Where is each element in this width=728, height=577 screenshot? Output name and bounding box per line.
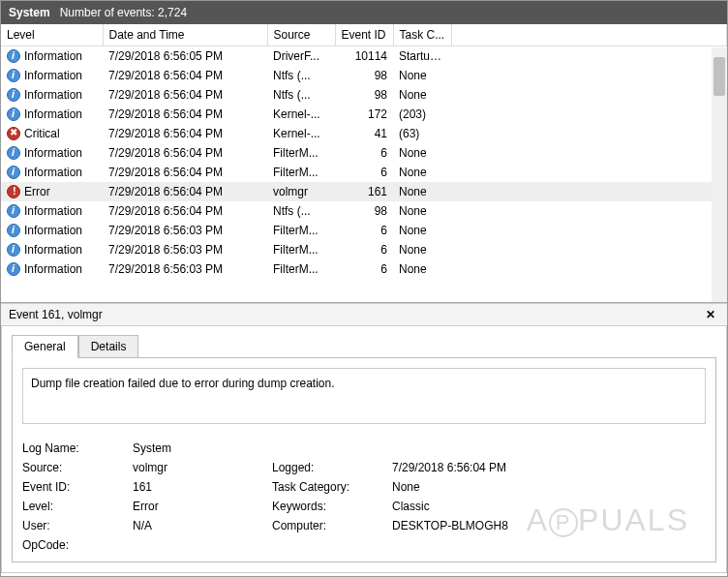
table-row[interactable]: Information7/29/2018 6:56:03 PMFilterM..… <box>1 240 727 259</box>
info-icon <box>7 49 20 63</box>
tabs: General Details <box>12 334 716 357</box>
cell-task: Startup... <box>393 46 451 66</box>
cell-eventid: 98 <box>335 66 393 85</box>
cell-source: Kernel-... <box>267 105 335 124</box>
label-taskcat: Task Category: <box>272 480 388 494</box>
cell-source: Ntfs (... <box>267 201 335 221</box>
cell-source: Ntfs (... <box>267 66 335 85</box>
cell-eventid: 6 <box>335 259 393 279</box>
cell-task: None <box>393 85 451 105</box>
cell-source: FilterM... <box>267 163 335 182</box>
table-row[interactable]: Information7/29/2018 6:56:04 PMNtfs (...… <box>1 85 727 105</box>
event-count: Number of events: 2,724 <box>60 6 187 19</box>
cell-date: 7/29/2018 6:56:04 PM <box>103 182 267 201</box>
table-row[interactable]: Error7/29/2018 6:56:04 PMvolmgr161None <box>1 182 727 201</box>
detail-header: Event 161, volmgr ✕ <box>1 303 727 326</box>
table-row[interactable]: Information7/29/2018 6:56:04 PMFilterM..… <box>1 163 727 182</box>
event-properties: Log Name: System Source: volmgr Logged: … <box>22 441 706 552</box>
label-computer: Computer: <box>272 519 388 532</box>
table-row[interactable]: Information7/29/2018 6:56:03 PMFilterM..… <box>1 221 727 240</box>
cell-source: Kernel-... <box>267 124 335 143</box>
cell-task: None <box>393 163 451 182</box>
col-level[interactable]: Level <box>1 24 103 46</box>
value-computer: DESKTOP-BLMOGH8 <box>392 519 586 532</box>
table-row[interactable]: Information7/29/2018 6:56:04 PMKernel-..… <box>1 105 727 124</box>
detail-pane: General Details Dump file creation faile… <box>1 326 727 573</box>
cell-task: None <box>393 66 451 85</box>
error-icon <box>7 185 20 198</box>
cell-eventid: 10114 <box>335 46 393 66</box>
tab-details[interactable]: Details <box>78 335 139 358</box>
level-text: Information <box>24 166 82 179</box>
level-text: Information <box>24 146 82 160</box>
value-taskcat: None <box>392 480 586 494</box>
info-icon <box>7 69 20 82</box>
scrollbar-thumb[interactable] <box>713 57 725 96</box>
value-user: N/A <box>133 519 268 532</box>
level-text: Information <box>24 243 82 257</box>
cell-eventid: 6 <box>335 240 393 259</box>
info-icon <box>7 146 20 160</box>
col-date[interactable]: Date and Time <box>103 24 267 46</box>
level-text: Information <box>24 204 82 218</box>
label-source: Source: <box>22 461 129 474</box>
event-message: Dump file creation failed due to error d… <box>22 368 706 424</box>
cell-date: 7/29/2018 6:56:03 PM <box>103 240 267 259</box>
table-row[interactable]: Information7/29/2018 6:56:03 PMFilterM..… <box>1 259 727 279</box>
table-row[interactable]: Critical7/29/2018 6:56:04 PMKernel-...41… <box>1 124 727 143</box>
level-text: Information <box>24 224 82 237</box>
col-spacer <box>451 24 727 46</box>
header-bar: System Number of events: 2,724 <box>1 1 727 24</box>
cell-eventid: 172 <box>335 105 393 124</box>
cell-source: FilterM... <box>267 143 335 163</box>
table-row[interactable]: Information7/29/2018 6:56:05 PMDriverF..… <box>1 46 727 66</box>
log-title: System <box>9 6 50 19</box>
col-eventid[interactable]: Event ID <box>335 24 393 46</box>
cell-task: None <box>393 259 451 279</box>
info-icon <box>7 243 20 257</box>
label-keywords: Keywords: <box>272 500 388 513</box>
tab-general[interactable]: General <box>12 335 78 358</box>
cell-eventid: 6 <box>335 221 393 240</box>
cell-source: DriverF... <box>267 46 335 66</box>
level-text: Critical <box>24 127 60 140</box>
label-logged: Logged: <box>272 461 388 474</box>
table-row[interactable]: Information7/29/2018 6:56:04 PMFilterM..… <box>1 143 727 163</box>
label-logname: Log Name: <box>22 441 129 455</box>
value-opcode <box>133 538 268 552</box>
col-source[interactable]: Source <box>267 24 335 46</box>
info-icon <box>7 262 20 276</box>
value-source: volmgr <box>133 461 268 474</box>
tab-body: Dump file creation failed due to error d… <box>12 357 716 562</box>
cell-date: 7/29/2018 6:56:04 PM <box>103 66 267 85</box>
cell-eventid: 161 <box>335 182 393 201</box>
table-row[interactable]: Information7/29/2018 6:56:04 PMNtfs (...… <box>1 66 727 85</box>
cell-date: 7/29/2018 6:56:04 PM <box>103 163 267 182</box>
level-text: Information <box>24 262 82 276</box>
table-row[interactable]: Information7/29/2018 6:56:04 PMNtfs (...… <box>1 201 727 221</box>
value-logged: 7/29/2018 6:56:04 PM <box>392 461 586 474</box>
cell-source: FilterM... <box>267 221 335 240</box>
cell-eventid: 41 <box>335 124 393 143</box>
cell-date: 7/29/2018 6:56:04 PM <box>103 124 267 143</box>
level-text: Error <box>24 185 50 198</box>
value-logname: System <box>133 441 268 455</box>
cell-source: FilterM... <box>267 240 335 259</box>
events-table: Level Date and Time Source Event ID Task… <box>1 24 727 279</box>
scrollbar[interactable] <box>712 47 727 302</box>
level-text: Information <box>24 69 82 82</box>
col-task[interactable]: Task C... <box>393 24 451 46</box>
value-keywords: Classic <box>392 500 586 513</box>
level-text: Information <box>24 49 82 63</box>
detail-title: Event 161, volmgr <box>9 308 103 321</box>
value-eventid: 161 <box>133 480 268 494</box>
level-text: Information <box>24 107 82 121</box>
cell-task: None <box>393 240 451 259</box>
info-icon <box>7 166 20 179</box>
cell-task: None <box>393 143 451 163</box>
info-icon <box>7 107 20 121</box>
cell-eventid: 98 <box>335 85 393 105</box>
close-icon[interactable]: ✕ <box>702 308 719 321</box>
value-level: Error <box>133 500 268 513</box>
cell-task: None <box>393 201 451 221</box>
